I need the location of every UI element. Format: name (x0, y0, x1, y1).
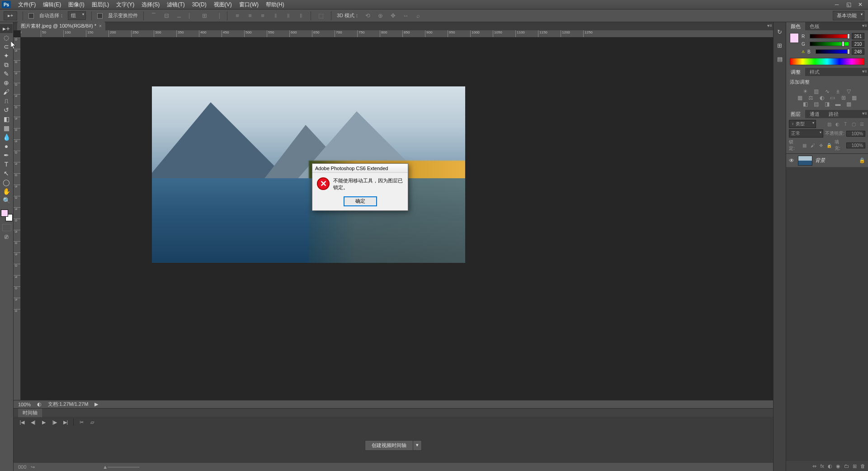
maximize-button[interactable]: ◱ (843, 0, 854, 9)
first-frame-button[interactable]: |◀ (17, 418, 27, 426)
link-layers-icon[interactable]: ⇔ (812, 463, 816, 469)
3d-roll-icon[interactable]: ⊕ (376, 11, 385, 20)
vertical-ruler[interactable]: 0505050505050505050505050 (14, 38, 21, 400)
r-value[interactable]: 251 (852, 33, 864, 39)
lasso-tool[interactable]: ⊂ (0, 42, 13, 51)
layer-thumbnail[interactable] (798, 156, 812, 166)
layer-visibility-icon[interactable]: 👁 (789, 157, 795, 164)
threshold-icon[interactable]: ◨ (823, 101, 831, 107)
3d-pan-icon[interactable]: ✥ (388, 11, 397, 20)
swatches-tab[interactable]: 色板 (805, 22, 824, 30)
selective-color-icon[interactable]: ▦ (845, 101, 853, 107)
adjustments-tab[interactable]: 调整 (786, 68, 805, 76)
menu-layer[interactable]: 图层(L) (88, 0, 113, 10)
align-top-icon[interactable]: ⎺ (149, 11, 158, 20)
layer-style-icon[interactable]: fx (820, 463, 824, 469)
levels-icon[interactable]: ▥ (812, 88, 821, 95)
distribute-right-icon[interactable]: ⦀ (296, 11, 305, 20)
channels-tab[interactable]: 通道 (805, 110, 824, 118)
photo-filter-icon[interactable]: ▭ (829, 95, 837, 101)
styles-tab[interactable]: 样式 (805, 68, 824, 76)
shape-tool[interactable]: ◯ (0, 178, 13, 187)
balance-icon[interactable]: ⚖ (807, 95, 815, 101)
type-tool[interactable]: T (0, 160, 13, 169)
color-tab[interactable]: 颜色 (786, 22, 805, 30)
character-dock-icon[interactable]: ▤ (775, 54, 785, 64)
brightness-icon[interactable]: ☀ (802, 88, 810, 95)
paths-tab[interactable]: 路径 (824, 110, 843, 118)
quickmask-button[interactable] (2, 224, 11, 231)
adjust-panel-menu-icon[interactable]: ▾≡ (862, 69, 867, 74)
minimize-button[interactable]: ─ (831, 0, 843, 9)
blur-tool[interactable]: 💧 (0, 133, 13, 142)
menu-edit[interactable]: 编辑(E) (39, 0, 65, 10)
opacity-value[interactable]: 100% (846, 131, 865, 137)
properties-dock-icon[interactable]: ⊞ (775, 40, 785, 50)
auto-align-icon[interactable]: ⬚ (316, 11, 326, 20)
auto-select-dropdown[interactable]: 组 (68, 11, 86, 20)
hue-icon[interactable]: ▦ (796, 95, 804, 101)
invert-icon[interactable]: ◧ (802, 101, 810, 107)
foreground-color-swatch[interactable] (1, 209, 8, 217)
distribute-vcenter-icon[interactable]: ≡ (245, 11, 255, 20)
menu-window[interactable]: 窗口(W) (236, 0, 262, 10)
b-slider[interactable] (816, 49, 849, 54)
align-left-icon[interactable]: ⎸ (187, 11, 196, 20)
zoom-tool[interactable]: 🔍 (0, 196, 13, 205)
menu-view[interactable]: 视图(V) (210, 0, 236, 10)
menu-3d[interactable]: 3D(D) (189, 0, 210, 9)
3d-slide-icon[interactable]: ↔ (401, 11, 410, 20)
distribute-top-icon[interactable]: ≡ (233, 11, 242, 20)
wand-tool[interactable]: ✦ (0, 51, 13, 60)
color-swatches[interactable] (1, 209, 13, 221)
gradient-tool[interactable]: ▦ (0, 124, 13, 133)
curves-icon[interactable]: ∿ (823, 88, 831, 95)
next-frame-button[interactable]: |▶ (50, 418, 60, 426)
show-transform-checkbox[interactable] (97, 13, 103, 19)
play-button[interactable]: ▶ (39, 418, 49, 426)
vibrance-icon[interactable]: ▽ (845, 88, 853, 95)
stamp-tool[interactable]: ⎍ (0, 96, 13, 105)
filter-type-icon[interactable]: T (842, 121, 849, 127)
r-slider[interactable] (810, 34, 849, 38)
lookup-icon[interactable]: ▦ (850, 95, 859, 101)
create-timeline-dropdown[interactable]: ▾ (413, 440, 422, 451)
zoom-level[interactable]: 100% (18, 402, 31, 407)
canvas[interactable]: Adobe Photoshop CS6 Extended ✕ 不能使用移动工具，… (21, 38, 773, 400)
timeline-convert-icon[interactable]: ↪ (31, 464, 35, 470)
3d-zoom-icon[interactable]: ⌕ (414, 11, 423, 20)
new-fill-icon[interactable]: ◉ (836, 463, 840, 469)
new-group-icon[interactable]: 🗀 (844, 463, 849, 469)
last-frame-button[interactable]: ▶| (61, 418, 71, 426)
prev-frame-button[interactable]: ◀| (28, 418, 38, 426)
timeline-tab[interactable]: 时间轴 (18, 409, 42, 417)
distribute-bottom-icon[interactable]: ≡ (258, 11, 267, 20)
filter-adjust-icon[interactable]: ◐ (834, 121, 841, 127)
menu-image[interactable]: 图像(I) (65, 0, 88, 10)
status-expand-icon[interactable]: ◐ (37, 401, 42, 407)
layer-item-background[interactable]: 👁 背景 🔒 (786, 154, 868, 167)
create-timeline-button[interactable]: 创建视频时间轴 (365, 440, 413, 451)
document-tab[interactable]: 图片素材.jpeg @ 100%(RGB/8#) * × (17, 22, 105, 30)
3d-orbit-icon[interactable]: ⟲ (363, 11, 372, 20)
b-value[interactable]: 248 (852, 48, 864, 55)
status-more-icon[interactable]: ▶ (94, 401, 98, 407)
layer-mask-icon[interactable]: ◐ (828, 463, 832, 469)
marquee-tool[interactable]: ◌ (0, 33, 13, 42)
horizontal-ruler[interactable]: 0501001502002503003504004505005506006507… (21, 30, 773, 38)
eyedropper-tool[interactable]: ✎ (0, 69, 13, 78)
delete-layer-icon[interactable]: 🗑 (860, 463, 865, 469)
screenmode-button[interactable]: ⎚ (0, 232, 13, 241)
menu-select[interactable]: 选择(S) (138, 0, 163, 10)
timeline-menu-icon[interactable]: ▾≡ (767, 23, 772, 28)
filter-pixel-icon[interactable]: ▧ (826, 121, 833, 127)
move-tool[interactable]: ▸+ (0, 24, 13, 33)
lock-all-icon[interactable]: 🔒 (826, 142, 833, 148)
filter-shape-icon[interactable]: ▢ (850, 121, 857, 127)
hand-tool[interactable]: ✋ (0, 187, 13, 196)
g-slider[interactable] (810, 42, 849, 46)
path-tool[interactable]: ↖ (0, 169, 13, 178)
lock-image-icon[interactable]: 🖌 (809, 142, 816, 148)
align-right-icon[interactable]: ⎹ (212, 11, 222, 20)
g-value[interactable]: 210 (852, 41, 864, 47)
